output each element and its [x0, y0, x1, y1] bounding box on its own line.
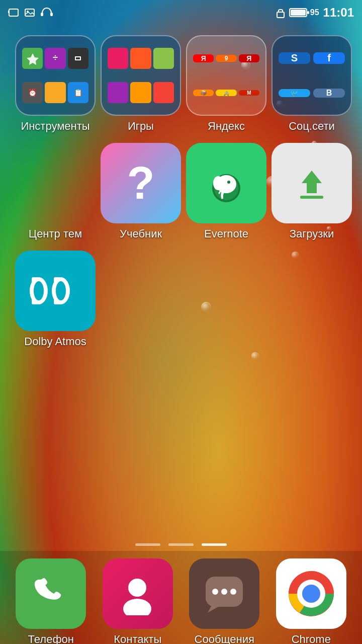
dock-contacts[interactable]: Контакты: [97, 558, 179, 644]
page-dot-0[interactable]: [135, 543, 160, 546]
app-social[interactable]: S f 🐦 В Соц.сети: [272, 35, 352, 133]
svg-point-27: [212, 589, 218, 595]
mini-app: [108, 82, 128, 103]
social-label: Соц.сети: [289, 120, 335, 133]
mini-app: 9: [216, 55, 236, 62]
mini-app: [22, 48, 43, 68]
dock: Телефон Контакты Сообщения: [0, 551, 362, 644]
svg-rect-16: [300, 196, 323, 199]
page-dot-2[interactable]: [202, 543, 227, 546]
mini-app: [108, 48, 128, 68]
mini-app: S: [279, 52, 310, 64]
svg-point-28: [221, 589, 227, 595]
dock-messages[interactable]: Сообщения: [184, 558, 265, 644]
status-right-icons: 95 11:01: [276, 6, 354, 20]
mini-app: Я: [239, 54, 259, 62]
dock-phone[interactable]: Телефон: [10, 558, 92, 644]
yandex-label: Яндекс: [208, 120, 245, 133]
dock-chrome[interactable]: Chrome: [270, 558, 352, 644]
svg-rect-1: [8, 11, 10, 13]
svg-rect-5: [50, 13, 53, 16]
messages-icon: [189, 558, 259, 629]
water-drop: [251, 352, 259, 360]
dolby-label: Dolby Atmos: [24, 335, 86, 348]
screenshot-icon: [8, 7, 19, 18]
question-mark: ?: [127, 160, 155, 206]
mini-app: 🐦: [279, 89, 310, 97]
dolby-icon: [15, 251, 96, 331]
time-display: 11:01: [323, 6, 354, 20]
svg-point-29: [230, 589, 236, 595]
mini-app: [153, 82, 174, 103]
svg-rect-0: [9, 9, 18, 16]
svg-point-24: [123, 599, 151, 615]
battery-indicator: 95: [289, 7, 319, 18]
svg-point-13: [213, 176, 223, 190]
social-folder-icon: S f 🐦 В: [272, 35, 352, 116]
phone-label: Телефон: [28, 633, 74, 644]
evernote-elephant-svg: [201, 158, 251, 208]
svg-point-32: [302, 585, 320, 603]
mini-app: [130, 82, 151, 103]
svg-point-22: [56, 281, 66, 300]
status-left-icons: [8, 7, 53, 18]
mini-app: В: [313, 89, 345, 98]
app-yandex[interactable]: Я 9 Я 📦 🚕 М Яндекс: [186, 35, 266, 133]
app-dolby[interactable]: Dolby Atmos: [15, 251, 96, 348]
mini-app: ÷: [45, 48, 65, 68]
app-uchebnik[interactable]: ? Учебник: [101, 143, 181, 240]
svg-rect-6: [277, 12, 284, 18]
svg-rect-9: [307, 11, 309, 14]
downloads-label: Загрузки: [290, 227, 334, 240]
uchebnik-label: Учебник: [120, 227, 162, 240]
mini-app: М: [239, 90, 259, 96]
svg-point-19: [34, 281, 44, 300]
mini-app: Я: [193, 54, 214, 62]
games-label: Игры: [128, 120, 154, 133]
phone-icon: [16, 558, 86, 629]
contacts-icon: [103, 558, 173, 629]
status-bar: 95 11:01: [0, 0, 362, 25]
svg-rect-8: [291, 10, 306, 16]
svg-point-14: [227, 181, 230, 184]
mini-app: 📋: [68, 82, 88, 103]
messages-svg: [202, 573, 247, 615]
mini-app: 🚕: [216, 90, 236, 96]
uchebnik-icon: ?: [101, 143, 181, 223]
mini-app: [130, 48, 151, 68]
evernote-icon: [186, 143, 266, 223]
app-grid: ÷ ⏰ 📋 Инструменты Игры Я 9 Я 📦 🚕: [0, 30, 362, 353]
svg-rect-4: [41, 13, 43, 16]
mini-app: 📦: [193, 90, 214, 96]
chrome-svg: [286, 569, 336, 619]
contacts-svg: [116, 573, 159, 615]
image-icon: [24, 7, 35, 18]
mini-app: f: [313, 52, 345, 64]
messages-label: Сообщения: [195, 633, 254, 644]
battery-level: 95: [310, 8, 319, 17]
app-games[interactable]: Игры: [101, 35, 181, 133]
svg-rect-2: [25, 9, 34, 16]
dolby-logo-svg: [28, 273, 83, 308]
tools-folder-icon: ÷ ⏰ 📋: [15, 35, 96, 116]
svg-marker-15: [302, 171, 322, 193]
downloads-icon: [272, 143, 352, 223]
mini-app: ⏰: [22, 82, 43, 103]
tools-label: Инструменты: [21, 120, 89, 133]
mini-app: [45, 82, 65, 103]
app-tools[interactable]: ÷ ⏰ 📋 Инструменты: [15, 35, 96, 133]
theme-icon: [15, 143, 96, 223]
app-downloads[interactable]: Загрузки: [272, 143, 352, 240]
app-evernote[interactable]: Evernote: [186, 143, 266, 240]
download-arrow-svg: [289, 160, 334, 206]
games-folder-icon: [101, 35, 181, 116]
page-dot-1[interactable]: [168, 543, 194, 546]
lock-status-icon: [276, 7, 285, 18]
svg-point-23: [128, 579, 146, 597]
chrome-icon: [276, 558, 346, 629]
mini-app: [68, 48, 88, 68]
yandex-folder-icon: Я 9 Я 📦 🚕 М: [186, 35, 266, 116]
phone-svg: [31, 574, 71, 614]
evernote-label: Evernote: [204, 227, 248, 240]
app-theme-center[interactable]: Центр тем: [15, 143, 96, 240]
